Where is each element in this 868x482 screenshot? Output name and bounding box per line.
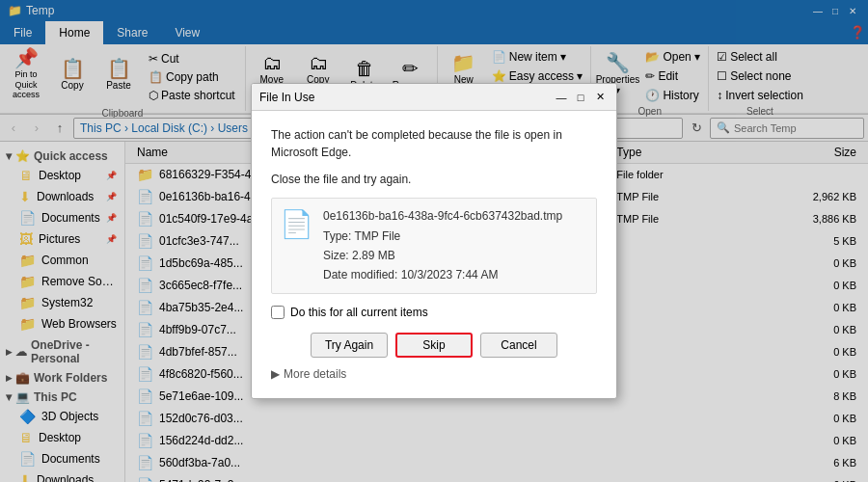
dialog-file-size: Size: 2.89 MB xyxy=(323,246,562,265)
dialog-file-info: 📄 0e16136b-ba16-438a-9fc4-6cb637432bad.t… xyxy=(271,198,597,294)
dialog-more-details[interactable]: ▶ More details xyxy=(271,365,597,383)
dialog-file-name: 0e16136b-ba16-438a-9fc4-6cb637432bad.tmp xyxy=(323,206,562,226)
dialog-file-datemodified: Date modified: 10/3/2023 7:44 AM xyxy=(323,265,562,284)
dialog-minimize-button[interactable]: — xyxy=(553,89,570,106)
dialog-message2: Close the file and try again. xyxy=(271,171,597,188)
dialog-file-type: Type: TMP File xyxy=(323,227,562,246)
dialog-message1: The action can't be completed because th… xyxy=(271,126,597,161)
dialog-file-details: 0e16136b-ba16-438a-9fc4-6cb637432bad.tmp… xyxy=(323,206,562,285)
dialog-title: File In Use xyxy=(259,91,314,104)
dialog-overlay: File In Use — □ ✕ The action can't be co… xyxy=(0,0,868,482)
dialog-buttons: Try Again Skip Cancel xyxy=(271,333,597,358)
cancel-button[interactable]: Cancel xyxy=(480,333,557,358)
dialog-body: The action can't be completed because th… xyxy=(252,111,616,398)
dialog-close-button[interactable]: ✕ xyxy=(591,89,609,106)
skip-button[interactable]: Skip xyxy=(395,333,473,358)
more-details-label: More details xyxy=(284,367,346,381)
file-in-use-dialog: File In Use — □ ✕ The action can't be co… xyxy=(251,83,617,399)
dialog-checkbox-label: Do this for all current items xyxy=(290,306,428,319)
dialog-title-bar: File In Use — □ ✕ xyxy=(252,84,616,111)
try-again-button[interactable]: Try Again xyxy=(311,333,388,358)
dialog-title-controls: — □ ✕ xyxy=(553,89,609,106)
dialog-checkbox[interactable] xyxy=(271,306,285,319)
dialog-maximize-button[interactable]: □ xyxy=(572,89,589,106)
dialog-checkbox-row: Do this for all current items xyxy=(271,306,597,319)
dialog-file-icon: 📄 xyxy=(280,208,313,240)
chevron-right-icon: ▶ xyxy=(271,367,280,381)
